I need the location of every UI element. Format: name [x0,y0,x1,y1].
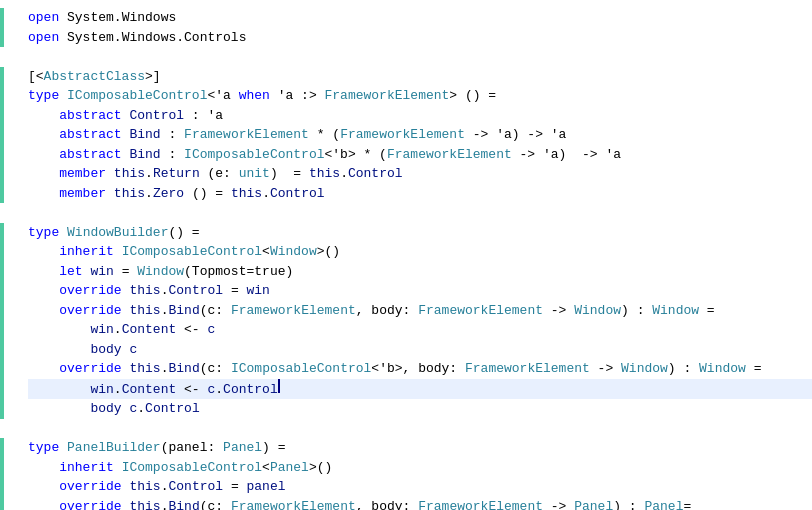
line-20: win.Content <- c.Control [28,379,812,400]
line-25: override this.Control = panel [28,477,812,497]
line-8: abstract Bind : IComposableControl<'b> *… [28,145,812,165]
line-14: let win = Window(Topmost=true) [28,262,812,282]
line-18: body c [28,340,812,360]
line-11 [28,203,812,223]
line-15: override this.Control = win [28,281,812,301]
line-7: abstract Bind : FrameworkElement * (Fram… [28,125,812,145]
line-26: override this.Bind(c: FrameworkElement, … [28,497,812,511]
line-3 [28,47,812,67]
line-16: override this.Bind(c: FrameworkElement, … [28,301,812,321]
line-24: inherit IComposableControl<Panel>() [28,458,812,478]
line-1: open System.Windows [28,8,812,28]
line-4: [<AbstractClass>] [28,67,812,87]
line-21: body c.Control [28,399,812,419]
line-5: type IComposableControl<'a when 'a :> Fr… [28,86,812,106]
line-9: member this.Return (e: unit) = this.Cont… [28,164,812,184]
line-10: member this.Zero () = this.Control [28,184,812,204]
code-content: open System.Windows open System.Windows.… [0,8,812,510]
line-13: inherit IComposableControl<Window>() [28,242,812,262]
line-19: override this.Bind(c: IComposableControl… [28,359,812,379]
line-6: abstract Control : 'a [28,106,812,126]
line-22 [28,419,812,439]
line-17: win.Content <- c [28,320,812,340]
line-12: type WindowBuilder() = [28,223,812,243]
code-editor[interactable]: open System.Windows open System.Windows.… [0,0,812,510]
line-23: type PanelBuilder(panel: Panel) = [28,438,812,458]
line-2: open System.Windows.Controls [28,28,812,48]
